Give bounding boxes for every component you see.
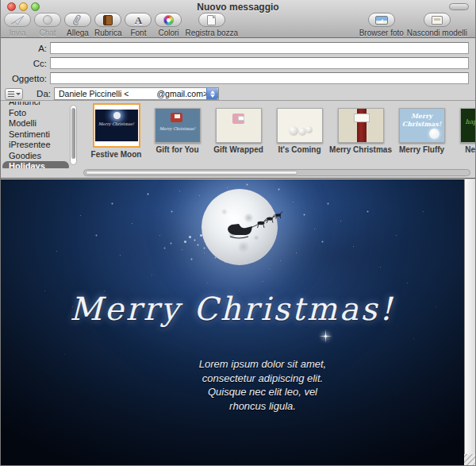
toolbar: Invia Chat Allega Rubrica A Font	[1, 12, 475, 38]
arrow-up-icon	[210, 91, 215, 94]
template-strip: Merry Christmas! Festive Moon Merry Chri…	[83, 102, 475, 168]
template-item-gift-for-you[interactable]: Merry Christmas! Gift for You	[147, 102, 208, 168]
paperclip-icon	[71, 13, 85, 28]
send-icon	[10, 15, 25, 25]
from-select[interactable]: Daniele Piccinelli < @gmail.com>	[54, 87, 219, 100]
color-wheel-icon	[163, 15, 174, 25]
template-item-gift-wrapped[interactable]: Gift Wrapped	[208, 102, 269, 168]
chat-button[interactable]: Chat	[34, 13, 61, 37]
to-input[interactable]	[50, 42, 469, 54]
font-button[interactable]: A Font	[125, 13, 152, 37]
font-icon: A	[135, 15, 142, 25]
template-item-new-year[interactable]: happy new year New Year	[452, 102, 475, 168]
santa-sleigh-icon	[223, 208, 285, 243]
stationery-icon	[432, 16, 443, 25]
chevron-down-icon	[16, 93, 21, 95]
template-strip-scrollbar-thumb[interactable]	[86, 171, 298, 175]
draft-document-icon	[207, 15, 216, 25]
template-label: Gift for You	[155, 145, 198, 154]
to-row: A:	[1, 42, 469, 54]
photo-icon	[375, 16, 388, 25]
subject-label: Oggetto:	[1, 74, 47, 83]
colors-button[interactable]: Colori	[155, 13, 182, 37]
photo-browser-button[interactable]: Browser foto	[359, 13, 404, 37]
template-thumb-its-coming	[278, 109, 322, 142]
template-thumb-new-year: happy new year	[461, 109, 476, 142]
hide-stationery-button[interactable]: Nascondi modelli	[407, 13, 467, 37]
mini-label-icon	[354, 114, 370, 122]
to-label: A:	[1, 44, 47, 53]
card-body-text[interactable]: Lorem ipsum dolor sit amet, consectetur …	[120, 357, 405, 413]
send-button[interactable]: Invia	[4, 13, 31, 37]
attach-button[interactable]: Allega	[64, 13, 91, 37]
category-item-goodies[interactable]: Goodies	[1, 151, 80, 161]
mini-note-icon	[238, 116, 244, 121]
chat-icon	[43, 15, 52, 25]
category-item-ipresentee[interactable]: iPresentee	[1, 140, 80, 150]
window-header: Nuovo messaggio Invia Chat Allega	[1, 0, 475, 38]
mini-ornament-icon	[289, 126, 298, 136]
template-item-merry-christmas[interactable]: Merry Christmas	[330, 102, 391, 168]
cc-label: Cc:	[1, 59, 47, 68]
template-thumb-festive-moon: Merry Christmas!	[95, 110, 138, 141]
card-greeting-title: Merry Christmas!	[1, 291, 463, 327]
category-scrollbar-thumb[interactable]	[71, 108, 75, 159]
template-label: Gift Wrapped	[213, 145, 263, 154]
message-body-preview[interactable]: Merry Christmas! Lorem ipsum dolor sit a…	[1, 179, 475, 465]
template-label: Festive Moon	[91, 150, 142, 159]
category-item-foto[interactable]: Foto	[1, 108, 80, 118]
template-thumb-gift-wrapped	[217, 109, 261, 142]
template-label: Merry Christmas	[329, 145, 392, 154]
category-scrollbar[interactable]	[70, 105, 77, 165]
template-thumb-merry-christmas	[339, 109, 383, 142]
from-label: Da:	[23, 89, 51, 98]
category-item-annunci[interactable]: Annunci	[1, 102, 80, 107]
cc-row: Cc:	[1, 57, 469, 69]
header-fields-menu-button[interactable]	[5, 88, 23, 100]
address-book-icon	[103, 15, 113, 25]
window-resize-grip[interactable]	[464, 454, 475, 465]
mini-moon-icon	[113, 112, 121, 119]
stepper-icon[interactable]	[206, 88, 218, 99]
from-row: Da: Daniele Piccinelli < @gmail.com>	[1, 87, 469, 100]
mini-snowball-icon	[429, 129, 440, 139]
template-strip-scrollbar[interactable]	[83, 169, 470, 176]
window-title: Nuovo messaggio	[1, 2, 475, 13]
from-value: Daniele Piccinelli < @gmail.com>	[55, 89, 208, 98]
template-label: Merry Fluffy	[399, 145, 444, 154]
addressbook-button[interactable]: Rubrica	[94, 13, 121, 37]
sparkle-icon	[324, 335, 327, 337]
template-label: It's Coming	[278, 145, 321, 154]
cc-input[interactable]	[50, 57, 469, 69]
category-item-modelli[interactable]: Modelli	[1, 118, 80, 129]
body-line: Lorem ipsum dolor sit amet,	[120, 357, 405, 372]
template-thumb-gift-for-you: Merry Christmas!	[155, 109, 200, 142]
mail-compose-window: Nuovo messaggio Invia Chat Allega	[0, 0, 476, 466]
glitter-decoration	[1, 179, 2, 180]
category-item-holidays[interactable]: Holidays	[2, 161, 69, 168]
template-item-merry-fluffy[interactable]: Merry Christmas! Merry Fluffy	[391, 102, 452, 168]
arrow-down-icon	[210, 94, 215, 98]
subject-input[interactable]	[50, 72, 469, 84]
category-list: Annunci Foto Modelli Sentimenti iPresent…	[1, 102, 80, 168]
toolbar-toggle-button[interactable]	[449, 3, 469, 10]
template-label: New Year	[465, 145, 475, 154]
mini-card-icon	[175, 114, 180, 118]
template-thumb-merry-fluffy: Merry Christmas!	[400, 109, 444, 142]
list-icon	[8, 91, 14, 97]
body-line: Quisque nec elit leo, vel	[120, 385, 405, 399]
body-vertical-scrollbar[interactable]	[464, 179, 475, 465]
mini-ornament-icon	[305, 126, 313, 133]
stationery-browser: Annunci Foto Modelli Sentimenti iPresent…	[1, 102, 475, 179]
body-line: consectetur adipiscing elit.	[120, 372, 405, 386]
titlebar[interactable]: Nuovo messaggio	[1, 0, 475, 12]
subject-row: Oggetto:	[1, 72, 469, 84]
body-line: rhoncus ligula.	[120, 399, 405, 414]
template-item-its-coming[interactable]: It's Coming	[269, 102, 330, 168]
save-draft-button[interactable]: Registra bozza	[185, 13, 238, 37]
template-item-festive-moon[interactable]: Merry Christmas! Festive Moon	[86, 102, 147, 168]
category-item-sentimenti[interactable]: Sentimenti	[1, 129, 80, 140]
message-headers: A: Cc: Oggetto: Da: Daniele Piccinelli <…	[1, 38, 475, 101]
